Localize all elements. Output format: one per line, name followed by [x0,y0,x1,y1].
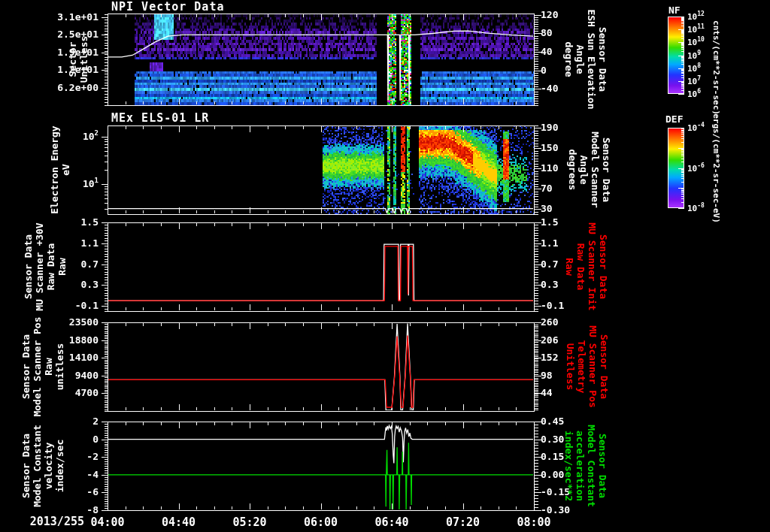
panel5-right-label: Sensor Data Model Constant acceleration … [563,425,608,507]
panel3-axes [102,223,541,312]
svg-text:150: 150 [541,142,559,153]
svg-text:1.5: 1.5 [81,216,99,228]
colorbar-tick-label: 108 [687,62,701,74]
colorbar-tick-label: 107 [687,75,701,86]
svg-text:110: 110 [541,162,559,174]
svg-text:05:20: 05:20 [232,515,266,529]
svg-text:0: 0 [92,434,99,445]
svg-text:2: 2 [92,416,99,427]
svg-text:260: 260 [541,316,559,328]
series-els-baseline [108,209,534,214]
colorbar-ticks [678,17,684,95]
svg-text:1.1: 1.1 [81,237,99,249]
svg-text:1.5: 1.5 [541,216,558,228]
svg-text:0.30: 0.30 [541,434,564,445]
svg-text:0.3: 0.3 [81,279,99,290]
svg-text:-8: -8 [86,504,99,515]
panel3-tick-labels: 1.51.10.70.3-0.11.51.10.70.3-0.1 [75,216,565,311]
series-esh-sun-elevation-angle [108,31,534,101]
panel1-right-label: Sensor Data ESH Sun Elevation Angle degr… [563,9,608,109]
colorbar-tick-label: 10-4 [687,122,705,133]
svg-text:18800: 18800 [69,334,99,346]
svg-text:0.00: 0.00 [541,469,564,480]
panel2-right-label: Sensor Data Model Scanner Angle degrees [567,131,612,208]
panel1-y-label: Sector Unitless [67,36,89,83]
svg-text:1.1: 1.1 [541,237,559,249]
svg-text:06:40: 06:40 [374,515,408,529]
panel4-series [108,324,534,411]
panel5-axes [102,422,541,511]
panel4-y-label: Sensor Data Model Scanner Pos Raw unitle… [20,316,65,416]
svg-text:40: 40 [541,46,553,57]
colorbar-ticks [678,128,684,209]
panel1-series [108,31,534,101]
svg-text:0.45: 0.45 [541,416,564,427]
series-model-velocity-white [108,425,534,463]
svg-text:07:20: 07:20 [446,515,480,529]
panel2-y-label: Electron Energy eV [49,125,71,213]
svg-text:08:00: 08:00 [517,515,550,529]
panel5-series [108,425,534,510]
svg-text:190: 190 [541,122,559,133]
svg-text:80: 80 [541,27,553,38]
colorbar-tick-label: 109 [687,49,701,60]
svg-text:-6: -6 [86,486,99,497]
svg-text:44: 44 [541,387,553,398]
colorbar-tick-label: 106 [687,88,701,99]
plot-stage: 3.1e+012.5e+011.9e+011.2e+016.2e+0012080… [0,0,770,532]
colorbar-def-title: DEF [665,113,683,125]
svg-text:-0.1: -0.1 [541,300,564,311]
panel3-y-label: Sensor Data MU Scanner +30V Raw Data Raw [23,222,68,310]
svg-text:0.15: 0.15 [541,451,564,462]
svg-text:-0.1: -0.1 [75,300,99,311]
svg-text:9400: 9400 [75,370,99,381]
series-mu-scanner-30v-raw [108,246,534,301]
svg-text:0: 0 [541,65,547,76]
colorbar-def-units: ergs/(cm**2-sr-sec-eV) [711,113,721,223]
svg-text:04:00: 04:00 [90,515,124,529]
svg-text:-2: -2 [86,451,99,462]
panel4-tick-labels: 235001880014100940047002602061529844 [69,316,559,398]
panel1-title: NPI Vector Data [111,0,224,14]
panel5-tick-labels: 20-2-4-6-80.450.300.150.00-0.15-0.30 [86,416,570,515]
panel2-series [108,209,534,214]
svg-text:-40: -40 [541,83,559,94]
svg-text:0.7: 0.7 [541,258,558,270]
svg-text:6.2e+00: 6.2e+00 [57,82,99,93]
x-axis-labels: 04:0004:4005:2006:0006:4007:2008:00 [90,515,550,529]
svg-text:206: 206 [541,334,559,346]
svg-text:70: 70 [541,183,553,194]
panel2-tick-labels: 1021011901501107030 [83,122,559,214]
series-mu-scanner-30v-white [108,244,534,301]
svg-text:120: 120 [541,9,559,20]
svg-text:-4: -4 [86,469,99,480]
panel2-title: MEx ELS-01 LR [111,111,209,125]
svg-text:23500: 23500 [69,316,99,328]
svg-text:30: 30 [541,203,553,214]
svg-text:06:00: 06:00 [304,515,338,529]
panel1-axes [102,14,541,106]
panel2-axes [102,126,541,215]
panel1-tick-labels: 3.1e+012.5e+011.9e+011.2e+016.2e+0012080… [57,9,558,95]
svg-text:152: 152 [541,352,558,363]
colorbar-tick-label: 10-8 [687,202,705,213]
svg-text:04:40: 04:40 [162,515,196,529]
panel4-axes [102,323,541,412]
panel3-right-label: Sensor Data MU Scanner Init Raw Data Raw [564,222,609,310]
colorbar-tick-label: 1011 [687,23,705,35]
colorbar-tick-label: 1010 [687,36,705,47]
svg-text:3.1e+01: 3.1e+01 [57,11,99,23]
colorbar-nf-title: NF [668,5,681,16]
svg-text:0.7: 0.7 [81,258,99,270]
svg-text:101: 101 [83,177,99,189]
panel3-series [108,244,534,301]
colorbar-nf-units: cnts/(cm**2-sr-sec) [711,20,721,115]
series-model-acceleration-green [108,443,534,510]
svg-text:98: 98 [541,370,553,381]
series-scanner-pos-raw [108,336,534,407]
colorbar-tick-label: 1012 [687,11,705,22]
svg-text:0.3: 0.3 [541,279,558,290]
panel5-y-label: Sensor Data Model Constant velocity inde… [20,425,65,507]
svg-text:102: 102 [83,129,99,142]
x-axis-date-label: 2013/255 [11,515,84,528]
